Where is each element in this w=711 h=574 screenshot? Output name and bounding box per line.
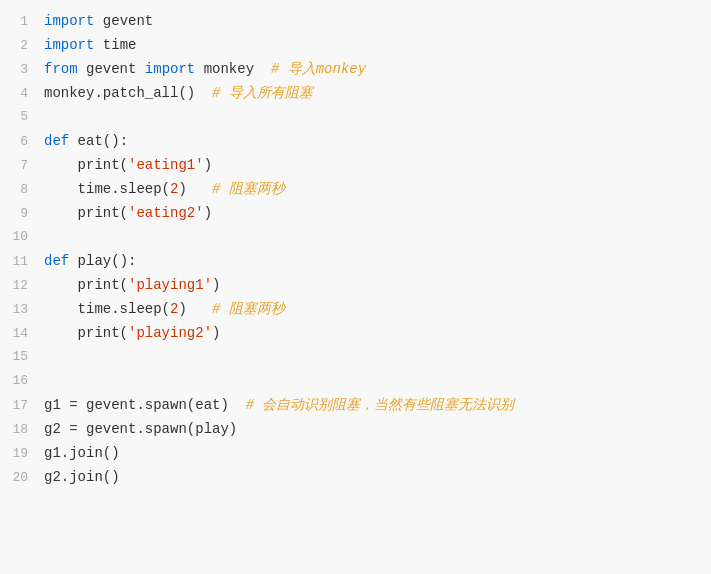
plain-token: eat(): (69, 133, 128, 149)
plain-token: gevent (94, 13, 153, 29)
line-number: 9 (0, 203, 28, 225)
code-line: 17g1 = gevent.spawn(eat) # 会自动识别阻塞，当然有些阻… (0, 394, 711, 418)
plain-token: ) (178, 301, 212, 317)
line-number: 12 (0, 275, 28, 297)
plain-token: print( (44, 205, 128, 221)
plain-token: time (94, 37, 136, 53)
line-content: def eat(): (44, 130, 695, 154)
code-editor: 1import gevent2import time3from gevent i… (0, 0, 711, 574)
plain-token: print( (44, 157, 128, 173)
code-line: 15 (0, 346, 711, 370)
str-token: 'eating1' (128, 157, 204, 173)
code-line: 5 (0, 106, 711, 130)
line-content: g2 = gevent.spawn(play) (44, 418, 695, 442)
line-number: 1 (0, 11, 28, 33)
plain-token: g1 = gevent.spawn(eat) (44, 397, 246, 413)
line-content: time.sleep(2) # 阻塞两秒 (44, 298, 695, 322)
comment-token: # 会自动识别阻塞，当然有些阻塞无法识别 (246, 397, 515, 413)
line-number: 17 (0, 395, 28, 417)
code-line: 4monkey.patch_all() # 导入所有阻塞 (0, 82, 711, 106)
code-line: 11def play(): (0, 250, 711, 274)
line-content: print('eating1') (44, 154, 695, 178)
plain-token: monkey.patch_all() (44, 85, 212, 101)
plain-token: monkey (195, 61, 271, 77)
line-content: print('eating2') (44, 202, 695, 226)
comment-token: # 阻塞两秒 (212, 181, 285, 197)
comment-token: # 导入monkey (271, 61, 366, 77)
str-token: 'playing1' (128, 277, 212, 293)
plain-token: time.sleep( (44, 301, 170, 317)
line-content: import gevent (44, 10, 695, 34)
kw-token: import (44, 37, 94, 53)
line-number: 18 (0, 419, 28, 441)
plain-token: ) (204, 157, 212, 173)
line-number: 6 (0, 131, 28, 153)
plain-token: ) (178, 181, 212, 197)
line-number: 15 (0, 346, 28, 368)
line-content: monkey.patch_all() # 导入所有阻塞 (44, 82, 695, 106)
plain-token: gevent (78, 61, 145, 77)
line-content: import time (44, 34, 695, 58)
plain-token: g2.join() (44, 469, 120, 485)
comment-token: # 导入所有阻塞 (212, 85, 313, 101)
line-number: 19 (0, 443, 28, 465)
line-content: print('playing2') (44, 322, 695, 346)
kw-token: def (44, 253, 69, 269)
line-number: 16 (0, 370, 28, 392)
code-line: 12 print('playing1') (0, 274, 711, 298)
line-number: 14 (0, 323, 28, 345)
line-number: 3 (0, 59, 28, 81)
code-line: 6def eat(): (0, 130, 711, 154)
plain-token: play(): (69, 253, 136, 269)
line-number: 4 (0, 83, 28, 105)
kw-token: from (44, 61, 78, 77)
code-line: 9 print('eating2') (0, 202, 711, 226)
line-number: 20 (0, 467, 28, 489)
code-line: 16 (0, 370, 711, 394)
line-number: 13 (0, 299, 28, 321)
kw-token: import (145, 61, 195, 77)
plain-token: ) (204, 205, 212, 221)
code-line: 13 time.sleep(2) # 阻塞两秒 (0, 298, 711, 322)
code-line: 19g1.join() (0, 442, 711, 466)
code-line: 20g2.join() (0, 466, 711, 490)
code-line: 3from gevent import monkey # 导入monkey (0, 58, 711, 82)
line-number: 11 (0, 251, 28, 273)
kw-token: import (44, 13, 94, 29)
line-content: print('playing1') (44, 274, 695, 298)
plain-token: print( (44, 325, 128, 341)
str-token: 'eating2' (128, 205, 204, 221)
line-content: time.sleep(2) # 阻塞两秒 (44, 178, 695, 202)
line-number: 5 (0, 106, 28, 128)
line-content: from gevent import monkey # 导入monkey (44, 58, 695, 82)
comment-token: # 阻塞两秒 (212, 301, 285, 317)
line-number: 2 (0, 35, 28, 57)
str-token: 'playing2' (128, 325, 212, 341)
line-content: g2.join() (44, 466, 695, 490)
line-content: g1 = gevent.spawn(eat) # 会自动识别阻塞，当然有些阻塞无… (44, 394, 695, 418)
plain-token: g2 = gevent.spawn(play) (44, 421, 237, 437)
code-line: 14 print('playing2') (0, 322, 711, 346)
code-line: 10 (0, 226, 711, 250)
code-line: 2import time (0, 34, 711, 58)
line-number: 7 (0, 155, 28, 177)
code-line: 7 print('eating1') (0, 154, 711, 178)
plain-token: print( (44, 277, 128, 293)
plain-token: g1.join() (44, 445, 120, 461)
code-line: 18g2 = gevent.spawn(play) (0, 418, 711, 442)
line-number: 10 (0, 226, 28, 248)
kw-token: def (44, 133, 69, 149)
code-line: 8 time.sleep(2) # 阻塞两秒 (0, 178, 711, 202)
line-number: 8 (0, 179, 28, 201)
plain-token: ) (212, 325, 220, 341)
code-line: 1import gevent (0, 10, 711, 34)
plain-token: time.sleep( (44, 181, 170, 197)
line-content: def play(): (44, 250, 695, 274)
line-content: g1.join() (44, 442, 695, 466)
plain-token: ) (212, 277, 220, 293)
